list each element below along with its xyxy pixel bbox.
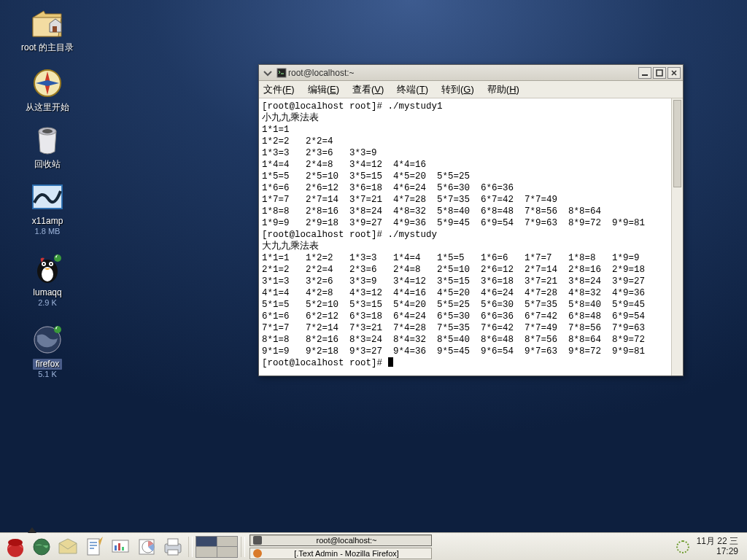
desktop-icon-start-here[interactable]: 从这里开始 [7,66,88,113]
task-label: root@localhost:~ [265,536,428,545]
web-browser-launcher[interactable] [29,535,54,559]
folder-home-icon [30,6,65,41]
menu-go[interactable]: 转到(G) [441,83,474,96]
desktop-icon-label: x11amp [32,216,63,227]
panel-separator [241,537,245,557]
desktop-icon-firefox[interactable]: firefox 5.1 K [7,322,88,378]
svg-point-14 [54,326,61,333]
menubar: 文件(F) 编辑(E) 查看(V) 终端(T) 转到(G) 帮助(H) [259,81,683,98]
svg-rect-15 [277,69,286,77]
svg-rect-16 [642,74,648,76]
desktop-icon-x11amp[interactable]: x11amp 1.8 MB [7,179,88,236]
panel-separator [188,537,193,557]
globe-icon [30,322,65,357]
svg-point-9 [43,263,44,265]
taskbar: root@localhost:~ [.Text Admin - Mozilla … [0,532,747,560]
desktop-icon-label: lumaqq [33,287,61,298]
titlebar[interactable]: root@localhost:~ [259,65,683,81]
minimize-button[interactable] [638,67,651,79]
archive-icon [30,179,65,214]
writer-launcher[interactable] [82,535,107,559]
impress-launcher[interactable] [108,535,133,559]
menu-terminal[interactable]: 终端(T) [397,83,428,96]
svg-rect-22 [88,539,99,555]
menu-help[interactable]: 帮助(H) [487,83,519,96]
svg-point-2 [42,129,53,133]
desktop-icon-size: 2.9 K [38,298,57,307]
desktop-icon-trash[interactable]: 回收站 [7,122,88,170]
menu-file[interactable]: 文件(F) [263,83,295,96]
desktop-icon-label: 从这里开始 [26,102,69,113]
window-title: root@localhost:~ [287,68,638,78]
desktop-icon-size: 5.1 K [38,370,57,378]
main-menu-button[interactable] [3,535,28,559]
workspace-2[interactable] [217,537,238,547]
terminal-window: root@localhost:~ 文件(F) 编辑(E) 查看(V) 终端(T)… [258,64,684,376]
svg-point-11 [54,254,61,262]
window-menu-icon[interactable] [261,66,274,79]
svg-rect-26 [122,547,124,551]
print-launcher[interactable] [160,535,185,559]
maximize-button[interactable] [653,67,666,79]
task-button-terminal[interactable]: root@localhost:~ [249,534,432,546]
activity-indicator-icon[interactable] [676,540,689,553]
svg-point-19 [8,539,23,546]
penguin-icon [30,251,65,286]
window-list: root@localhost:~ [.Text Admin - Mozilla … [249,534,432,559]
svg-rect-30 [168,550,178,555]
clock[interactable]: 11月 22 三 17:29 [697,537,738,556]
email-launcher[interactable] [55,535,80,559]
workspace-4[interactable] [217,547,238,557]
scrollbar-thumb[interactable] [673,100,681,187]
system-tray: 11月 22 三 17:29 [676,537,744,556]
clock-time: 17:29 [697,547,738,556]
svg-rect-24 [115,545,117,551]
task-button-firefox[interactable]: [.Text Admin - Mozilla Firefox] [249,548,432,559]
workspace-3[interactable] [196,547,217,557]
desktop-icon-size: 1.8 MB [35,227,61,236]
terminal-output[interactable]: [root@localhost root]# ./mystudy1小九九乘法表1… [259,98,683,376]
svg-point-10 [50,263,52,265]
svg-rect-4 [33,185,62,209]
firefox-icon [253,549,262,558]
svg-rect-25 [118,543,120,551]
scrollbar[interactable] [671,98,683,376]
trash-icon [30,122,65,158]
svg-rect-29 [168,539,178,545]
calc-launcher[interactable] [134,535,159,559]
svg-rect-17 [657,70,662,76]
menu-edit[interactable]: 编辑(E) [308,83,339,96]
compass-icon [30,66,65,101]
desktop-icon-label: root 的主目录 [21,42,74,53]
desktop-icon-lumaqq[interactable]: lumaqq 2.9 K [7,251,88,307]
terminal-icon [253,536,262,545]
panel-hide-arrow-icon[interactable] [28,527,36,533]
terminal-icon [276,68,287,78]
desktop-icon-label: firefox [33,359,63,370]
desktop-icon-home[interactable]: root 的主目录 [7,6,88,53]
menu-view[interactable]: 查看(V) [352,83,384,96]
workspace-1[interactable] [196,537,217,547]
clock-date: 11月 22 三 [697,537,738,546]
close-button[interactable] [667,67,681,79]
desktop-icon-label: 回收站 [34,159,61,170]
workspace-pager[interactable] [196,536,238,558]
task-label: [.Text Admin - Mozilla Firefox] [265,549,428,558]
